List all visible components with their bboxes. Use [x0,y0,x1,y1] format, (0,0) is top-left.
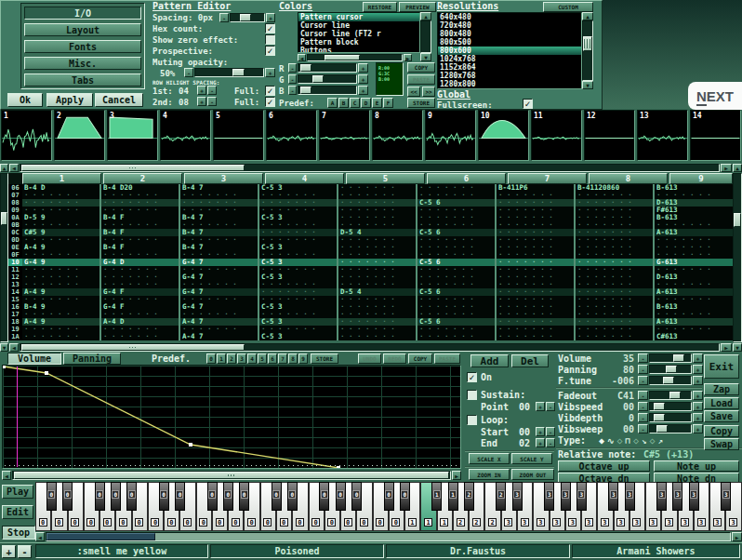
pattern-cell[interactable]: B-4 9 [22,303,101,311]
pattern-cell[interactable]: · · · · · · · [497,229,576,236]
pattern-cell[interactable]: · · · · · · · [338,199,417,207]
tab-io[interactable]: I/O [24,7,141,20]
sample-box[interactable]: 2 [54,110,105,161]
pattern-cell[interactable]: B-4 F [101,244,180,251]
pattern-cell[interactable]: · · · · · · · [180,296,259,303]
predef-color-button-B[interactable]: B [338,98,349,108]
color-copy-button[interactable]: COPY [407,62,435,73]
fadeout-slider-thumb[interactable] [669,392,681,399]
pattern-cell[interactable]: A-4 7 [180,318,259,326]
pattern-cell[interactable]: · · · · · · · [655,281,733,288]
pattern-cell[interactable]: A-613 [655,318,733,326]
keyboard-scroll[interactable] [46,532,731,541]
loop-start-plus[interactable]: + [536,427,545,436]
channel-header-5[interactable]: 5 [346,173,425,184]
sample-box[interactable]: 1 [1,110,52,161]
ok-button[interactable]: Ok [7,93,43,107]
pattern-cell[interactable]: B-4 7 [180,229,259,236]
pattern-cell[interactable]: · · · · · · · [417,311,497,318]
envelope-hscroll-left-arrow[interactable]: ◀ [2,471,11,480]
black-key[interactable]: 0 [239,482,249,511]
pattern-cell[interactable]: G-4 F [101,288,180,296]
ftune-slider-thumb[interactable] [663,377,674,384]
green-plus-button[interactable]: + [358,74,368,84]
green-slider[interactable] [298,74,357,84]
pattern-cell[interactable]: · · · · · · · [497,259,576,266]
pattern-cell[interactable]: · · · · · · · [497,244,576,251]
color-list-item[interactable]: Cursor line [298,21,419,30]
pattern-cell[interactable]: · · · · · · · [101,236,180,244]
restore-button[interactable]: RESTORE [363,2,397,12]
resolutions-vscroll-thumb[interactable] [583,36,592,51]
sample-hscroll-right-arrow[interactable]: ▶ [721,164,732,172]
vibdepth-plus-button[interactable]: + [693,413,703,422]
predef-color-button-D[interactable]: D [361,98,371,108]
pattern-cell[interactable]: C-5 3 [259,273,338,281]
pattern-cell[interactable]: C-5 6 [417,318,497,326]
song-field-3[interactable]: Dr.Faustus [386,544,570,558]
tab-panning-envelope[interactable]: Panning [63,353,121,365]
pattern-cell[interactable]: · · · · · · · [576,214,655,221]
pattern-cell[interactable]: · · · · · · · [338,296,417,303]
tab-misc[interactable]: Misc. [24,57,141,70]
pattern-cell[interactable]: · · · · · · · [101,251,180,259]
preview-button[interactable]: PREVIEW [399,2,436,12]
ftune-minus-button[interactable]: - [638,376,648,385]
muting-slider[interactable] [194,68,264,77]
next-button[interactable]: NEXT [688,82,742,110]
pattern-cell[interactable]: · · · · · · · [417,303,497,311]
black-key[interactable]: 0 [351,482,362,511]
pattern-cell[interactable]: · · · · · · · [22,192,101,199]
keyboard-scroll-thumb[interactable] [46,533,155,540]
black-key[interactable]: 0 [400,482,410,511]
panning-minus-button[interactable]: - [638,365,648,374]
wave-type-radio-saw-down[interactable]: ◇ [633,435,639,446]
pattern-cell[interactable]: · · · · · · · [22,281,101,288]
black-key[interactable]: 0 [159,482,169,511]
pattern-cell[interactable]: A-4 9 [22,318,101,326]
envelope-canvas[interactable] [2,365,461,469]
pattern-vscroll-up-right[interactable]: ▲ [733,164,742,172]
pattern-cell[interactable]: C-5 3 [259,214,338,221]
pattern-cell[interactable]: G-4 F [101,303,180,311]
pattern-cell[interactable]: · · · · · · · [180,281,259,288]
pattern-cell[interactable]: · · · · · · · [417,207,497,214]
colors-hscroll-thumb[interactable] [325,55,360,60]
stop-button[interactable]: Stop [2,526,35,540]
pattern-cell[interactable]: B-613 [655,184,733,192]
footer-plus-button[interactable]: + [2,545,16,558]
black-key[interactable]: 0 [223,482,233,511]
spacing-slider[interactable] [230,13,265,22]
spacing-slider-thumb[interactable] [240,14,251,21]
pattern-cell[interactable]: · · · · · · · [101,296,180,303]
tab-volume-envelope[interactable]: Volume [7,353,61,365]
pattern-cell[interactable]: B-4 D20 [101,184,180,192]
colors-list-hscroll[interactable] [307,54,403,61]
pattern-cell[interactable]: · · · · · · · [576,281,655,288]
pattern-cell[interactable]: · · · · · · · [417,221,497,229]
pattern-cell[interactable]: · · · · · · · [576,192,655,199]
pattern-cell[interactable]: · · · · · · · [417,273,497,281]
pattern-cell[interactable]: · · · · · · · [101,273,180,281]
pattern-cell[interactable]: · · · · · · · [576,221,655,229]
pattern-cell[interactable]: · · · · · · · [497,273,576,281]
panning-slider-thumb[interactable] [666,366,677,373]
first-full-checkbox[interactable] [265,86,275,96]
ftune-slider[interactable] [649,376,692,385]
keyboard-scroll-right-arrow[interactable]: ▶ [732,532,742,541]
sustain-point-minus[interactable]: - [546,402,555,411]
channel-header-7[interactable]: 7 [508,173,587,184]
pattern-cell[interactable]: · · · · · · · [259,251,338,259]
pattern-cell[interactable]: · · · · · · · [338,244,417,251]
pattern-cell[interactable]: · · · · · · · [655,311,733,318]
black-key[interactable]: 0 [287,482,298,511]
pattern-cell[interactable]: · · · · · · · [497,266,576,273]
pattern-cell[interactable]: · · · · · · · [259,288,338,296]
sample-hscroll[interactable] [20,164,720,172]
pattern-cell[interactable]: · · · · · · · [576,273,655,281]
pattern-cell[interactable]: · · · · · · · [417,296,497,303]
fadeout-minus-button[interactable]: - [638,391,648,400]
envelope-predef-button-2[interactable]: 2 [227,353,236,364]
pattern-cell[interactable]: · · · · · · · [497,221,576,229]
pattern-cell[interactable]: · · · · · · · [497,199,576,207]
